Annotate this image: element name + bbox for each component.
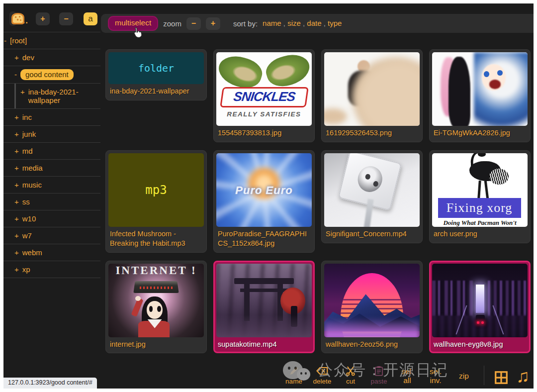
tree-toggle[interactable]: + <box>14 147 19 155</box>
directory-tree: -[root]+dev-good content+ina-bday-2021-w… <box>3 32 100 278</box>
tree-item-label: music <box>22 181 42 189</box>
decor-shape <box>448 57 470 126</box>
sort-option-size[interactable]: size <box>287 19 301 27</box>
tree-item-w7[interactable]: +w7 <box>3 227 100 244</box>
file-name-label: 1619295326453.png <box>324 126 420 139</box>
folder-thumbnail: folder <box>108 52 204 84</box>
sort-option-type[interactable]: type <box>328 19 342 27</box>
decor-shape <box>478 153 485 157</box>
file-name-label: Ei-TGMgWkAA2826.jpg <box>432 126 528 139</box>
thumb-brand-text: SNICKLES <box>220 87 309 107</box>
decor-shape <box>355 163 385 195</box>
file-name-label: supatakotime.mp4 <box>216 337 312 351</box>
file-tile[interactable]: 1619295326453.png <box>321 49 423 142</box>
tree-item-xp[interactable]: +xp <box>3 261 100 278</box>
file-tile[interactable]: INTERNET !internet.jpg <box>105 261 207 354</box>
decor-shape <box>216 315 312 337</box>
tree-item-label: ina-bday-2021-wallpaper <box>28 88 98 104</box>
tree-item-junk[interactable]: +junk <box>3 126 100 143</box>
decor-shape <box>216 52 266 93</box>
file-tile[interactable]: SNICKLESREALLY SATISFIES1554587393813.jp… <box>213 49 315 142</box>
tree-collapse-button[interactable]: − <box>59 12 73 25</box>
zoom-out-button[interactable]: − <box>186 17 201 30</box>
toast-shape <box>11 13 24 24</box>
decor-shape <box>317 368 327 374</box>
tree-toggle[interactable]: + <box>14 231 19 240</box>
tree-toggle[interactable]: + <box>14 130 19 138</box>
tree-toggle[interactable]: + <box>20 88 25 96</box>
tree-item-media[interactable]: +media <box>3 160 100 177</box>
file-tile[interactable]: Signifigant_Concern.mp4 <box>321 150 423 243</box>
tree-toggle[interactable]: + <box>14 248 19 257</box>
sidebar-header: ... + − a <box>3 3 100 29</box>
file-tile[interactable]: Ei-TGMgWkAA2826.jpg <box>429 49 531 142</box>
decor-shape <box>324 108 347 125</box>
paste-button[interactable]: paste <box>368 366 389 385</box>
tree-toggle[interactable]: - <box>14 70 17 79</box>
music-note-icon[interactable]: ♫ <box>516 367 530 385</box>
delete-button[interactable]: delete <box>312 366 333 385</box>
tree-toggle[interactable]: + <box>14 164 19 172</box>
decor-shape <box>377 366 381 368</box>
action-label: delete <box>313 378 332 385</box>
tree-item-label: good content <box>20 69 74 80</box>
tree-toggle[interactable]: + <box>14 113 19 121</box>
image-thumbnail <box>324 52 420 126</box>
bread-logo-icon[interactable] <box>9 11 16 26</box>
decor-shape <box>324 318 420 337</box>
sort-by-label: sort by: <box>233 19 258 28</box>
zoom-in-button[interactable]: + <box>206 17 220 30</box>
tree-toggle[interactable]: + <box>14 214 19 223</box>
file-tile[interactable]: Fixing xorgDoing What Pacman Won'tarch u… <box>429 150 531 243</box>
sel-inv--button[interactable]: sel.inv. <box>425 367 446 385</box>
file-tile[interactable]: wallhaven-eyg8v8.jpg <box>429 261 531 354</box>
alphabet-toggle-button[interactable]: a <box>84 12 97 25</box>
decor-shape <box>476 285 484 312</box>
grid-icon[interactable] <box>494 370 509 385</box>
tree-item-w10[interactable]: +w10 <box>3 210 100 227</box>
tree-item-label: junk <box>22 130 36 138</box>
tree-item-label: inc <box>22 113 32 121</box>
tree-toggle[interactable]: + <box>14 181 19 189</box>
file-tile[interactable]: mp3Infected Mushroom - Breaking the Habi… <box>105 150 207 253</box>
file-tile[interactable]: supatakotime.mp4 <box>213 261 315 354</box>
tree-item-music[interactable]: +music <box>3 177 100 194</box>
image-thumbnail: Puro Euro <box>216 153 312 227</box>
tree-item-dev[interactable]: +dev <box>3 49 100 66</box>
sort-separator: , <box>322 19 328 27</box>
file-name-label: ina-bday-2021-wallpaper <box>108 84 204 98</box>
image-thumbnail: Fixing xorgDoing What Pacman Won't <box>432 153 528 227</box>
decor-shape <box>352 373 355 376</box>
tree-toggle[interactable]: + <box>14 197 19 206</box>
decor-shape <box>348 367 354 373</box>
tree-item--root-[interactable]: -[root] <box>3 32 100 49</box>
tree-item-ina-bday-2021-wallpaper[interactable]: +ina-bday-2021-wallpaper <box>3 84 100 109</box>
thumb-tagline-text: Doing What Pacman Won't <box>432 219 528 227</box>
tree-item-label: md <box>22 147 33 155</box>
decor-shape <box>234 278 293 284</box>
folder-tile[interactable]: folderina-bday-2021-wallpaper <box>105 49 207 100</box>
main-panel: multiselect zoom − + sort by: name , siz… <box>101 3 534 389</box>
sort-option-date[interactable]: date <box>307 19 321 27</box>
file-tile[interactable]: Puro EuroPuroParadise_FAAGRAPHICS_1152x8… <box>213 150 315 253</box>
action-label: sel.all <box>401 367 413 385</box>
cut-button[interactable]: cut <box>340 366 361 385</box>
sort-option-name[interactable]: name <box>263 19 281 27</box>
tree-toggle[interactable]: - <box>4 36 6 45</box>
file-tile[interactable]: wallhaven-2eoz56.png <box>321 261 423 354</box>
tree-item-ss[interactable]: +ss <box>3 194 100 210</box>
tree-item-good-content[interactable]: -good content <box>3 66 100 84</box>
tree-toggle[interactable]: + <box>14 265 19 274</box>
multiselect-button[interactable]: multiselect <box>108 16 158 31</box>
tree-toggle[interactable]: + <box>14 53 19 62</box>
sel-all-button[interactable]: sel.all <box>397 367 418 385</box>
tree-item-inc[interactable]: +inc <box>3 109 100 126</box>
name-button[interactable]: name <box>283 366 304 385</box>
tree-item-md[interactable]: +md <box>3 143 100 160</box>
thumb-box-text: Fixing xorg <box>438 198 521 218</box>
tree-expand-button[interactable]: + <box>36 12 50 25</box>
zip-button[interactable]: zip <box>453 372 474 381</box>
tree-item-webm[interactable]: +webm <box>3 244 100 261</box>
tree-item-label: [root] <box>10 36 27 45</box>
scissors-icon <box>345 366 357 376</box>
